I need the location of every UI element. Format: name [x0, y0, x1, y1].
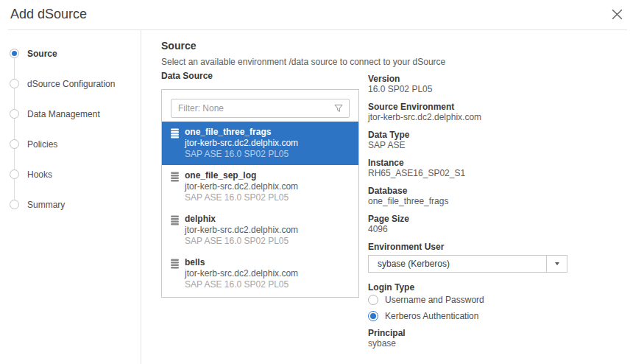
- data-source-column: Data Source on: [161, 71, 359, 356]
- details-panel: Version 16.0 SP02 PL05 Source Environmen…: [368, 71, 567, 356]
- filter-box: [171, 99, 350, 118]
- source-version: SAP ASE 16.0 SP02 PL05: [185, 279, 298, 290]
- database-icon: [171, 172, 179, 203]
- wizard-step-policies[interactable]: Policies: [0, 129, 141, 159]
- source-name: bells: [185, 257, 298, 268]
- step-indicator-icon: [10, 109, 19, 119]
- step-indicator-icon: [10, 49, 19, 58]
- source-version: SAP ASE 16.0 SP02 PL05: [185, 192, 298, 203]
- radio-icon: [368, 311, 378, 321]
- login-type-options: Username and Password Kerberos Authentic…: [368, 295, 567, 321]
- detail-field-value: jtor-kerb-src.dc2.delphix.com: [368, 112, 567, 122]
- source-texts: delphix jtor-kerb-src.dc2.delphix.com SA…: [185, 214, 298, 247]
- environment-user-value: sybase (Kerberos): [369, 259, 546, 269]
- source-host: jtor-kerb-src.dc2.delphix.com: [185, 268, 298, 279]
- step-indicator-icon: [10, 79, 19, 88]
- step-indicator-icon: [10, 139, 19, 149]
- source-texts: one_file_three_frags jtor-kerb-src.dc2.d…: [185, 127, 298, 160]
- detail-field-instance: Instance RH65_ASE16_SP02_S1: [368, 158, 567, 178]
- source-row-delphix[interactable]: delphix jtor-kerb-src.dc2.delphix.com SA…: [162, 209, 358, 252]
- detail-field-value: SAP ASE: [368, 140, 567, 150]
- principal-field: Principal sybase: [368, 328, 567, 349]
- filter-icon: [334, 104, 343, 113]
- detail-field-label: Instance: [368, 158, 567, 168]
- step-label: dSource Configuration: [27, 79, 115, 89]
- wizard-sidebar: Source dSource Configuration Data Manage…: [0, 30, 141, 364]
- close-button[interactable]: [609, 7, 625, 22]
- source-version: SAP ASE 16.0 SP02 PL05: [185, 236, 298, 247]
- detail-field-value: one_file_three_frags: [368, 196, 567, 206]
- detail-field-label: Page Size: [368, 214, 567, 224]
- source-version: SAP ASE 16.0 SP02 PL05: [185, 149, 298, 160]
- database-icon: [171, 259, 179, 290]
- principal-label: Principal: [368, 328, 567, 338]
- login-type-option-username-and-password[interactable]: Username and Password: [368, 295, 567, 305]
- close-icon: [609, 7, 625, 22]
- content-columns: Data Source on: [161, 71, 644, 356]
- filter-input[interactable]: [171, 103, 334, 113]
- detail-field-value: 16.0 SP02 PL05: [368, 84, 567, 94]
- data-source-rows: one_file_three_frags jtor-kerb-src.dc2.d…: [162, 122, 358, 295]
- database-icon: [171, 128, 179, 160]
- step-indicator-icon: [10, 200, 19, 209]
- detail-field-page-size: Page Size 4096: [368, 214, 567, 234]
- source-texts: one_file_sep_log jtor-kerb-src.dc2.delph…: [185, 170, 298, 203]
- detail-field-label: Database: [368, 186, 567, 196]
- source-row-one-file-three-frags[interactable]: one_file_three_frags jtor-kerb-src.dc2.d…: [162, 122, 358, 165]
- detail-field-database: Database one_file_three_frags: [368, 186, 567, 206]
- data-source-list: one_file_three_frags jtor-kerb-src.dc2.d…: [161, 89, 359, 298]
- step-label: Policies: [27, 139, 57, 150]
- source-row-one-file-sep-log[interactable]: one_file_sep_log jtor-kerb-src.dc2.delph…: [162, 165, 358, 209]
- step-content: Source Select an available environment /…: [141, 30, 644, 364]
- radio-option-label: Username and Password: [385, 295, 484, 305]
- wizard-step-dsource-configuration[interactable]: dSource Configuration: [0, 69, 141, 99]
- step-heading: Source: [161, 40, 644, 52]
- source-row-bells[interactable]: bells jtor-kerb-src.dc2.delphix.com SAP …: [162, 252, 358, 295]
- source-host: jtor-kerb-src.dc2.delphix.com: [185, 138, 298, 149]
- step-subtitle: Select an available environment /data so…: [161, 57, 644, 67]
- step-indicator-icon: [10, 169, 19, 179]
- detail-field-label: Version: [368, 74, 567, 84]
- source-name: one_file_sep_log: [185, 170, 298, 181]
- detail-field-value: RH65_ASE16_SP02_S1: [368, 168, 567, 178]
- dropdown-caret-button[interactable]: [546, 256, 567, 272]
- source-name: delphix: [185, 214, 298, 225]
- radio-icon: [368, 295, 378, 305]
- detail-field-label: Source Environment: [368, 102, 567, 112]
- data-source-label: Data Source: [161, 71, 359, 81]
- detail-field-label: Data Type: [368, 130, 567, 140]
- detail-field-source-environment: Source Environment jtor-kerb-src.dc2.del…: [368, 102, 567, 122]
- step-label: Hooks: [27, 169, 52, 180]
- source-texts: bells jtor-kerb-src.dc2.delphix.com SAP …: [185, 257, 298, 290]
- database-icon: [171, 215, 179, 247]
- details-fields: Version 16.0 SP02 PL05 Source Environmen…: [368, 74, 567, 234]
- principal-value: sybase: [368, 338, 567, 349]
- source-host: jtor-kerb-src.dc2.delphix.com: [185, 181, 298, 192]
- login-type-label: Login Type: [368, 282, 567, 293]
- source-host: jtor-kerb-src.dc2.delphix.com: [185, 225, 298, 236]
- add-dsource-dialog: Add dSource Source dSource Configuration…: [0, 0, 644, 364]
- wizard-steps: Source dSource Configuration Data Manage…: [0, 30, 141, 220]
- dialog-body: Source dSource Configuration Data Manage…: [0, 30, 644, 364]
- detail-field-value: 4096: [368, 224, 567, 234]
- environment-user-select[interactable]: sybase (Kerberos): [368, 255, 567, 273]
- wizard-step-summary[interactable]: Summary: [0, 189, 141, 220]
- radio-option-label: Kerberos Authentication: [385, 311, 478, 321]
- detail-field-version: Version 16.0 SP02 PL05: [368, 74, 567, 94]
- wizard-step-data-management[interactable]: Data Management: [0, 99, 141, 129]
- wizard-step-hooks[interactable]: Hooks: [0, 159, 141, 189]
- environment-user-label: Environment User: [368, 242, 567, 252]
- source-name: one_file_three_frags: [185, 127, 298, 138]
- step-label: Summary: [27, 200, 65, 210]
- wizard-step-source[interactable]: Source: [0, 38, 141, 69]
- caret-down-icon: [555, 262, 559, 265]
- step-label: Source: [27, 49, 57, 59]
- step-label: Data Management: [27, 109, 100, 119]
- dialog-title: Add dSource: [10, 5, 87, 23]
- login-type-option-kerberos-authentication[interactable]: Kerberos Authentication: [368, 311, 567, 321]
- detail-field-data-type: Data Type SAP ASE: [368, 130, 567, 150]
